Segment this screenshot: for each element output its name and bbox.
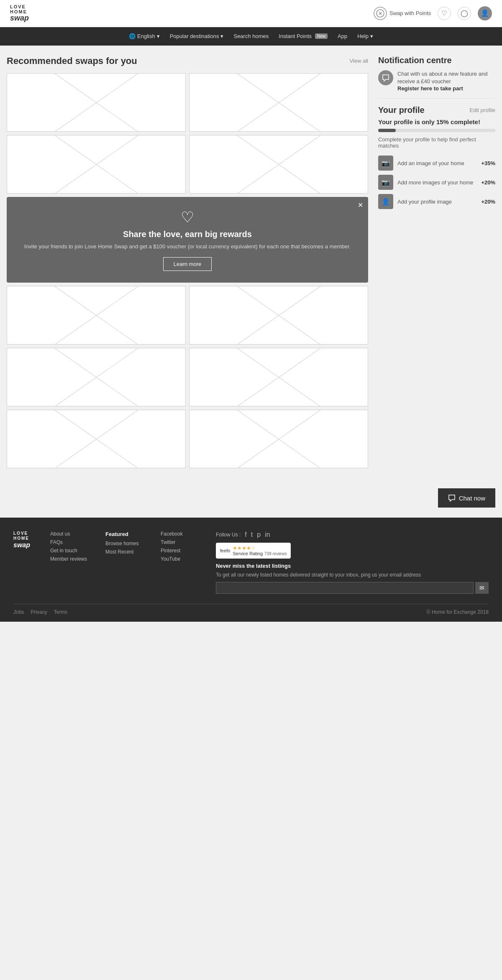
footer-terms-link[interactable]: Terms <box>54 609 68 615</box>
nav-search-homes[interactable]: Search homes <box>233 33 269 39</box>
profile-header: Your profile Edit profile <box>378 105 495 115</box>
footer-col-2: Featured Browse homes Most Recent <box>105 531 147 594</box>
newsletter-description: To get all our newly listed homes delive… <box>216 572 489 579</box>
top-bar: LOVE HOME swap Swap with Points ♡ ◯ 👤 <box>0 0 502 27</box>
wishlist-icon[interactable]: ♡ <box>438 7 451 20</box>
newsletter-submit-button[interactable]: ✉ <box>475 582 489 594</box>
feefo-stars: ★★★★☆ <box>233 545 287 551</box>
profile-hint: Complete your profile to help find perfe… <box>378 136 495 149</box>
main-layout: Recommended swaps for you View all ✕ ♡ S… <box>0 46 502 482</box>
footer-link-recent[interactable]: Most Recent <box>105 549 147 555</box>
swap-image-10[interactable] <box>189 410 368 468</box>
notification-item: Chat with us about a new feature and rec… <box>378 70 495 92</box>
add-home-image-label: Add an image of your home <box>397 160 477 166</box>
add-profile-image-points: +20% <box>481 199 495 205</box>
swap-image-7[interactable] <box>7 348 186 406</box>
footer-col-3: Facebook Twitter Pinterest YouTube <box>161 531 202 594</box>
nav-instant-points[interactable]: Instant Points New <box>279 33 328 39</box>
image-grid-row1 <box>7 73 368 132</box>
promo-heart-icon: ♡ <box>17 209 358 226</box>
promo-banner: ✕ ♡ Share the love, earn big rewards Inv… <box>7 197 368 283</box>
secondary-nav: 🌐 English ▾ Popular destinations ▾ Searc… <box>0 27 502 46</box>
add-more-images-icon: 📷 <box>378 175 393 190</box>
newsletter-title: Never miss the latest listings <box>216 563 489 569</box>
image-grid-row3 <box>7 286 368 345</box>
add-more-images-label: Add more images of your home <box>397 179 477 186</box>
nav-popular-destinations[interactable]: Popular destinations ▾ <box>170 33 224 39</box>
feefo-reviews-count: 739 reviews <box>264 551 287 556</box>
chat-now-icon <box>448 494 456 502</box>
footer-privacy-link[interactable]: Privacy <box>31 609 47 615</box>
profile-action-1: 📷 Add an image of your home +35% <box>378 156 495 171</box>
linkedin-icon[interactable]: in <box>265 531 270 538</box>
follow-label: Follow Us : <box>216 532 241 538</box>
footer-logo-swap: swap <box>13 541 30 549</box>
footer-link-facebook[interactable]: Facebook <box>161 531 202 537</box>
profile-complete-text: Your profile is only 15% complete! <box>378 118 495 125</box>
footer-bottom: Jobs Privacy Terms © Home for Exchange 2… <box>13 604 489 615</box>
progress-bar-background <box>378 129 495 132</box>
profile-action-2: 📷 Add more images of your home +20% <box>378 175 495 190</box>
messages-icon[interactable]: ◯ <box>458 7 471 20</box>
notification-content: Chat with us about a new feature and rec… <box>397 70 495 92</box>
footer-logo[interactable]: LOVE HOME swap <box>13 531 30 594</box>
swap-image-8[interactable] <box>189 348 368 406</box>
learn-more-button[interactable]: Learn more <box>163 257 212 271</box>
footer: LOVE HOME swap About us FAQs Get in touc… <box>0 518 502 622</box>
swap-image-5[interactable] <box>7 286 186 345</box>
footer-link-youtube[interactable]: YouTube <box>161 556 202 562</box>
top-right-nav: Swap with Points ♡ ◯ 👤 <box>374 6 492 20</box>
footer-jobs-link[interactable]: Jobs <box>13 609 24 615</box>
footer-link-pinterest[interactable]: Pinterest <box>161 548 202 554</box>
divider-1 <box>378 98 495 99</box>
newsletter-email-input[interactable] <box>216 582 474 594</box>
swap-image-6[interactable] <box>189 286 368 345</box>
feefo-label: feefo <box>220 548 230 553</box>
swap-image-1[interactable] <box>7 73 186 132</box>
promo-title: Share the love, earn big rewards <box>17 230 358 239</box>
view-all-link[interactable]: View all <box>349 58 368 64</box>
chat-now-button[interactable]: Chat now <box>438 488 495 508</box>
recommended-title: Recommended swaps for you <box>7 56 137 66</box>
pinterest-icon[interactable]: p <box>257 531 261 538</box>
progress-bar-fill <box>378 129 396 132</box>
swap-image-3[interactable] <box>7 135 186 194</box>
footer-link-reviews[interactable]: Member reviews <box>50 556 92 562</box>
logo-love: LOVE <box>10 4 29 9</box>
image-grid-row2 <box>7 135 368 194</box>
logo[interactable]: LOVE HOME swap <box>10 4 29 23</box>
feefo-rating-group: ★★★★☆ Service Rating 739 reviews <box>233 545 287 556</box>
avatar[interactable]: 👤 <box>478 6 492 20</box>
promo-description: Invite your friends to join Love Home Sw… <box>17 242 358 251</box>
chevron-down-icon-3: ▾ <box>370 33 373 39</box>
footer-copyright: © Home for Exchange 2018 <box>427 609 489 615</box>
image-grid-row4 <box>7 348 368 406</box>
nav-help[interactable]: Help ▾ <box>357 33 373 39</box>
footer-bottom-links: Jobs Privacy Terms <box>13 609 67 615</box>
swap-with-points-btn[interactable]: Swap with Points <box>374 7 431 20</box>
nav-app[interactable]: App <box>338 33 347 39</box>
chevron-down-icon-2: ▾ <box>220 33 223 39</box>
footer-link-browse[interactable]: Browse homes <box>105 541 147 546</box>
facebook-icon[interactable]: f <box>245 531 246 538</box>
notification-chat-icon <box>378 70 393 85</box>
add-home-image-icon: 📷 <box>378 156 393 171</box>
promo-close-btn[interactable]: ✕ <box>358 201 363 209</box>
feefo-rating-box: feefo ★★★★☆ Service Rating 739 reviews <box>216 543 291 559</box>
swap-image-9[interactable] <box>7 410 186 468</box>
notification-link[interactable]: Register here to take part <box>397 85 495 92</box>
feefo-service-rating: Service Rating <box>233 551 263 556</box>
footer-link-twitter[interactable]: Twitter <box>161 539 202 545</box>
logo-swap: swap <box>10 14 29 23</box>
footer-link-about[interactable]: About us <box>50 531 92 537</box>
nav-language[interactable]: 🌐 English ▾ <box>129 33 160 39</box>
edit-profile-link[interactable]: Edit profile <box>470 107 495 113</box>
footer-logo-love: LOVE <box>13 531 30 536</box>
swap-image-2[interactable] <box>189 73 368 132</box>
footer-link-faqs[interactable]: FAQs <box>50 539 92 545</box>
twitter-icon[interactable]: t <box>251 531 253 538</box>
footer-right: Follow Us : f t p in feefo ★★★★☆ Service… <box>216 531 489 594</box>
footer-link-contact[interactable]: Get in touch <box>50 548 92 554</box>
profile-action-3: 👤 Add your profile image +20% <box>378 194 495 209</box>
swap-image-4[interactable] <box>189 135 368 194</box>
